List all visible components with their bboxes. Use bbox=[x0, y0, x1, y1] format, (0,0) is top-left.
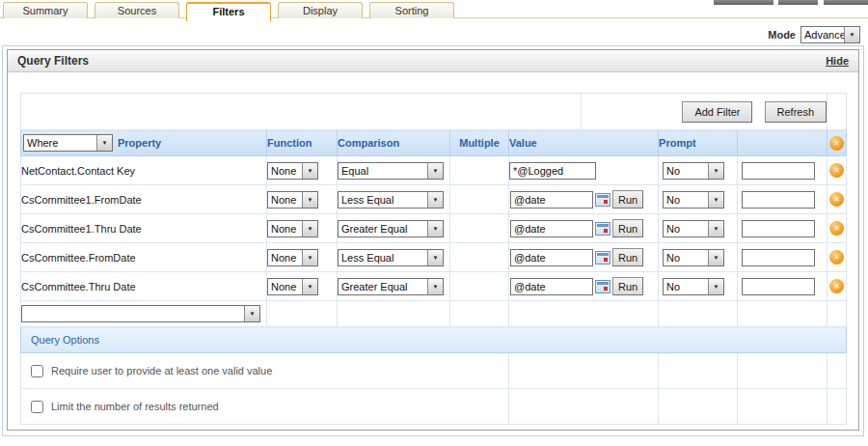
chevron-down-icon: ▼ bbox=[708, 250, 723, 265]
calendar-icon-dot bbox=[604, 229, 608, 233]
property-cell: NetContact.Contact Key bbox=[21, 156, 267, 185]
property-cell: CsCommittee.Thru Date bbox=[21, 272, 267, 301]
delete-row-icon[interactable]: ✕ bbox=[829, 221, 844, 236]
delete-header-cell: ✕ bbox=[827, 130, 847, 156]
where-property-header: Where ▼ Property bbox=[21, 130, 267, 156]
empty-cell bbox=[509, 389, 659, 425]
mode-select[interactable]: Advanced ▼ bbox=[800, 26, 860, 43]
new-property-select[interactable]: ▼ bbox=[21, 305, 260, 322]
value-input[interactable] bbox=[510, 191, 593, 209]
calendar-icon[interactable] bbox=[595, 193, 610, 207]
comparison-select[interactable]: Less Equal▼ bbox=[338, 191, 444, 209]
value-cell: Run bbox=[509, 243, 659, 272]
delete-row-icon[interactable]: ✕ bbox=[829, 163, 844, 178]
empty-cell bbox=[659, 389, 738, 425]
toolbar-button-partial[interactable] bbox=[778, 0, 818, 5]
calendar-icon[interactable] bbox=[595, 222, 610, 236]
chevron-down-icon: ▼ bbox=[302, 221, 317, 237]
chevron-down-icon: ▼ bbox=[96, 135, 112, 151]
option-cell: Limit the number of results returned bbox=[21, 389, 509, 425]
prompt-select[interactable]: No▼ bbox=[663, 278, 724, 295]
property-cell: CsCommittee.FromDate bbox=[21, 243, 267, 272]
filter-row: CsCommittee.FromDate None▼ Less Equal▼ R… bbox=[21, 243, 847, 272]
value-input[interactable] bbox=[510, 249, 593, 266]
table-header-row: Where ▼ Property Function Comparison Mul… bbox=[21, 130, 847, 156]
empty-cell bbox=[659, 353, 738, 389]
value-input[interactable] bbox=[509, 162, 596, 180]
delete-row-icon[interactable]: ✕ bbox=[829, 279, 844, 293]
run-button[interactable]: Run bbox=[612, 277, 643, 295]
toolbar-button-partial[interactable] bbox=[714, 0, 773, 5]
prompt-select[interactable]: No▼ bbox=[663, 249, 724, 266]
limit-results-checkbox[interactable] bbox=[31, 401, 43, 413]
tab-summary[interactable]: Summary bbox=[3, 2, 88, 18]
empty-cell bbox=[509, 301, 659, 327]
prompt-select[interactable]: No▼ bbox=[663, 191, 724, 209]
comparison-select[interactable]: Greater Equal▼ bbox=[338, 278, 444, 295]
run-button[interactable]: Run bbox=[612, 219, 643, 237]
delete-row-icon[interactable]: ✕ bbox=[829, 192, 844, 207]
function-select[interactable]: None▼ bbox=[267, 191, 318, 209]
delete-all-icon[interactable]: ✕ bbox=[829, 136, 844, 151]
prompt-select[interactable]: No▼ bbox=[663, 162, 724, 180]
calendar-icon-bar bbox=[597, 253, 609, 256]
filter-row: CsCommittee.Thru Date None▼ Greater Equa… bbox=[21, 272, 847, 301]
comparison-select[interactable]: Equal▼ bbox=[338, 162, 444, 180]
filter-row: NetContact.Contact Key None▼ Equal▼ No▼ … bbox=[21, 156, 847, 185]
option-row: Limit the number of results returned bbox=[21, 389, 847, 425]
prompt-text-input[interactable] bbox=[742, 162, 815, 180]
add-filter-button[interactable]: Add Filter bbox=[682, 101, 752, 123]
value-input[interactable] bbox=[510, 220, 593, 237]
prompt-text-input[interactable] bbox=[742, 191, 815, 209]
comparison-select[interactable]: Greater Equal▼ bbox=[338, 220, 444, 237]
mode-row: Mode Advanced ▼ bbox=[768, 26, 860, 43]
filters-outer-panel: Query Filters Hide Add Filter bbox=[2, 45, 864, 436]
run-button[interactable]: Run bbox=[612, 248, 643, 266]
delete-cell: ✕ bbox=[827, 243, 847, 272]
calendar-icon[interactable] bbox=[595, 280, 610, 293]
chevron-down-icon: ▼ bbox=[708, 163, 723, 179]
delete-cell: ✕ bbox=[827, 214, 847, 243]
prompt-text-input[interactable] bbox=[742, 249, 815, 266]
query-filters-header: Query Filters Hide bbox=[8, 50, 858, 72]
toolbar-button-partial[interactable] bbox=[824, 0, 868, 5]
tab-filters[interactable]: Filters bbox=[186, 2, 271, 21]
delete-row-icon[interactable]: ✕ bbox=[829, 250, 844, 265]
property-cell: CsCommittee1.Thru Date bbox=[21, 214, 267, 243]
query-builder-page: Summary Sources Filters Display Sorting … bbox=[0, 0, 868, 446]
comparison-select[interactable]: Less Equal▼ bbox=[338, 249, 444, 266]
prompt-select[interactable]: No▼ bbox=[663, 220, 724, 237]
tab-sources[interactable]: Sources bbox=[95, 2, 179, 18]
calendar-icon[interactable] bbox=[595, 251, 610, 265]
function-select[interactable]: None▼ bbox=[267, 162, 318, 180]
calendar-icon-dot bbox=[604, 287, 608, 291]
function-select[interactable]: None▼ bbox=[267, 278, 318, 295]
multiple-cell bbox=[450, 272, 509, 301]
limit-results-label: Limit the number of results returned bbox=[51, 401, 219, 412]
hide-link[interactable]: Hide bbox=[826, 55, 849, 67]
run-button[interactable]: Run bbox=[612, 190, 643, 209]
multiple-cell bbox=[450, 214, 509, 243]
require-value-checkbox[interactable] bbox=[31, 365, 43, 377]
function-select[interactable]: None▼ bbox=[267, 220, 318, 237]
option-cell: Require user to provide at least one val… bbox=[21, 353, 509, 389]
chevron-down-icon: ▼ bbox=[302, 279, 317, 294]
function-select[interactable]: None▼ bbox=[267, 249, 318, 266]
value-input[interactable] bbox=[510, 278, 593, 295]
value-cell bbox=[509, 156, 659, 185]
prompt-text-input[interactable] bbox=[742, 278, 815, 295]
toolbar-buttons-cell: Add Filter Refresh bbox=[582, 94, 827, 130]
query-options-title: Query Options bbox=[21, 327, 847, 353]
chevron-down-icon: ▼ bbox=[244, 306, 259, 321]
prompt-text-input[interactable] bbox=[742, 220, 815, 237]
empty-cell bbox=[450, 301, 509, 327]
tab-display[interactable]: Display bbox=[278, 2, 363, 18]
empty-cell bbox=[738, 301, 827, 327]
empty-cell bbox=[338, 301, 450, 327]
property-header: Property bbox=[118, 137, 161, 149]
refresh-button[interactable]: Refresh bbox=[765, 101, 827, 123]
where-select[interactable]: Where ▼ bbox=[23, 134, 113, 152]
chevron-down-icon: ▼ bbox=[708, 279, 723, 294]
tab-sorting[interactable]: Sorting bbox=[369, 2, 454, 18]
prompt-header: Prompt bbox=[659, 130, 738, 156]
